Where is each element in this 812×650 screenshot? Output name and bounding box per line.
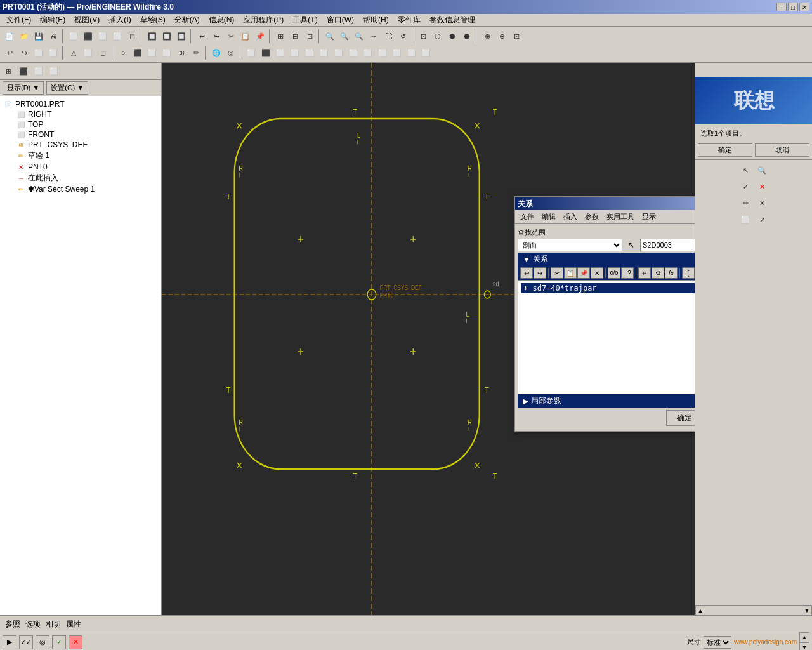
relations-text-area[interactable]: + sd7=40*trajpar <box>518 280 695 394</box>
tb-r26[interactable]: ⬜ <box>390 46 404 60</box>
menu-file[interactable]: 文件(F) <box>3 14 35 26</box>
lp-btn1[interactable]: ⊞ <box>1 64 15 78</box>
lp-btn2[interactable]: ⬛ <box>16 64 30 78</box>
menu-info[interactable]: 信息(N) <box>205 14 239 26</box>
select-confirm-btn[interactable]: 确定 <box>698 143 752 157</box>
tb-r23[interactable]: ⬜ <box>346 46 360 60</box>
relation-line-2[interactable] <box>521 293 695 303</box>
local-params-header[interactable]: ▶ 局部参数 <box>518 394 695 408</box>
scroll-up-btn[interactable]: ▲ <box>695 606 705 616</box>
tb-save[interactable]: 💾 <box>32 29 46 43</box>
dlg-menu-params[interactable]: 参数 <box>582 211 601 222</box>
tb-copy[interactable]: 📋 <box>239 29 252 43</box>
tb-paste[interactable]: 📌 <box>253 29 267 43</box>
tb-btn22[interactable]: ⊡ <box>509 29 523 43</box>
tb-r16[interactable]: ⬜ <box>244 46 258 60</box>
tb-btn4[interactable]: ⬜ <box>110 29 124 43</box>
tb-btn7[interactable]: 🔲 <box>160 29 174 43</box>
tb-r21[interactable]: ⬜ <box>317 46 331 60</box>
tb-r7[interactable]: ◻ <box>96 46 110 60</box>
dlg-btn2[interactable]: ⚙ <box>652 267 664 279</box>
tb-r13[interactable]: ✏ <box>189 46 203 60</box>
tb-btn10[interactable]: ⊟ <box>288 29 302 43</box>
tb-btn15[interactable]: ↔ <box>367 29 381 43</box>
tb-btn16[interactable]: ⛶ <box>381 29 395 43</box>
relations-section-header[interactable]: ▼ 关系 <box>518 253 695 266</box>
relation-line-5[interactable] <box>521 324 695 334</box>
select-cancel-btn[interactable]: 取消 <box>755 143 809 157</box>
right-scroll-up[interactable]: ▲ <box>799 632 809 642</box>
dlg-paste-btn[interactable]: 📌 <box>577 267 590 279</box>
tb-r4[interactable]: ⬜ <box>46 46 60 60</box>
menu-window[interactable]: 窗口(W) <box>323 14 358 26</box>
dlg-eq-btn[interactable]: =? <box>621 267 634 279</box>
tb-undo[interactable]: ↩ <box>195 29 209 43</box>
dlg-menu-tools[interactable]: 实用工具 <box>604 211 637 222</box>
dlg-menu-insert[interactable]: 插入 <box>561 211 580 222</box>
tb-btn1[interactable]: ⬜ <box>67 29 81 43</box>
menu-sketch[interactable]: 草绘(S) <box>136 14 169 26</box>
tb-r2[interactable]: ↪ <box>17 46 31 60</box>
tb-btn5[interactable]: ◻ <box>125 29 139 43</box>
tb-r24[interactable]: ⬜ <box>361 46 375 60</box>
menu-params[interactable]: 参数信息管理 <box>426 14 479 26</box>
rt-btn-cursor[interactable]: ↗ <box>754 212 769 227</box>
tree-item-sketch[interactable]: ✏ 草绘 1 <box>3 150 159 162</box>
status-ref[interactable]: 参照 <box>5 619 20 630</box>
lp-btn3[interactable]: ⬜ <box>32 64 46 78</box>
search-dropdown[interactable]: 剖面 <box>518 239 622 251</box>
tb-r14[interactable]: 🌐 <box>209 46 223 60</box>
tb-r9[interactable]: ⬛ <box>131 46 145 60</box>
menu-tools[interactable]: 工具(T) <box>289 14 321 26</box>
maximize-button[interactable]: □ <box>788 3 798 11</box>
minimize-button[interactable]: — <box>776 3 787 11</box>
tb-r10[interactable]: ⬜ <box>145 46 159 60</box>
dlg-btn3[interactable]: fx <box>665 267 678 279</box>
tb-zoom-out[interactable]: ⊖ <box>495 29 509 43</box>
rt-btn-edit[interactable]: ✏ <box>738 196 753 211</box>
tb-btn19[interactable]: ⬡ <box>431 29 445 43</box>
menu-parts[interactable]: 零件库 <box>394 14 424 26</box>
dlg-btn4[interactable]: [ <box>682 267 695 279</box>
tb-btn11[interactable]: ⊡ <box>303 29 317 43</box>
tb-open[interactable]: 📁 <box>17 29 31 43</box>
rt-btn-x-red[interactable]: ✕ <box>754 179 769 194</box>
status-tangent[interactable]: 相切 <box>46 619 61 630</box>
menu-help[interactable]: 帮助(H) <box>359 14 393 26</box>
tb-zoom-in[interactable]: ⊕ <box>480 29 494 43</box>
tb-r3[interactable]: ⬜ <box>32 46 46 60</box>
tree-item-front[interactable]: ⬜ FRONT <box>3 129 159 140</box>
rt-btn-check[interactable]: ✓ <box>738 179 753 194</box>
bottom-btn-ok[interactable]: ✓ <box>52 635 66 649</box>
tb-r27[interactable]: ⬜ <box>405 46 419 60</box>
tree-item-pnt0[interactable]: ✕ PNT0 <box>3 162 159 172</box>
lp-btn4[interactable]: ⬜ <box>47 64 61 78</box>
tb-r18[interactable]: ⬜ <box>273 46 287 60</box>
dlg-delete-btn[interactable]: ✕ <box>591 267 603 279</box>
dlg-cut-btn[interactable]: ✂ <box>551 267 563 279</box>
dlg-undo-btn[interactable]: ↩ <box>520 267 533 279</box>
tb-btn17[interactable]: ↺ <box>396 29 410 43</box>
scroll-down-btn[interactable]: ▼ <box>802 606 812 616</box>
dlg-menu-display[interactable]: 显示 <box>639 211 658 222</box>
dialog-confirm-btn[interactable]: 确定 <box>666 410 695 426</box>
relation-line-1[interactable]: + sd7=40*trajpar <box>521 283 695 293</box>
tb-btn13[interactable]: 🔍 <box>337 29 351 43</box>
rt-btn-move[interactable]: ↖ <box>738 162 753 178</box>
tree-item-csys[interactable]: ⊕ PRT_CSYS_DEF <box>3 140 159 150</box>
dlg-menu-file[interactable]: 文件 <box>518 211 537 222</box>
search-value-input[interactable] <box>640 239 695 251</box>
tb-btn9[interactable]: ⊞ <box>273 29 287 43</box>
relation-line-4[interactable] <box>521 314 695 324</box>
tree-item-right[interactable]: ⬜ RIGHT <box>3 109 159 119</box>
tb-r6[interactable]: ⬜ <box>81 46 95 60</box>
tb-r1[interactable]: ↩ <box>3 46 16 60</box>
tree-item-var-sect-sweep[interactable]: ✏ ✱Var Sect Sweep 1 <box>3 184 159 194</box>
rt-btn-x-gray[interactable]: ✕ <box>754 196 769 211</box>
tb-r20[interactable]: ⬜ <box>303 46 317 60</box>
tb-btn18[interactable]: ⊡ <box>416 29 430 43</box>
close-button[interactable]: ✕ <box>799 3 809 11</box>
tb-r15[interactable]: ◎ <box>224 46 238 60</box>
dlg-redo-btn[interactable]: ↪ <box>534 267 546 279</box>
rt-btn-square[interactable]: ⬜ <box>738 212 753 227</box>
